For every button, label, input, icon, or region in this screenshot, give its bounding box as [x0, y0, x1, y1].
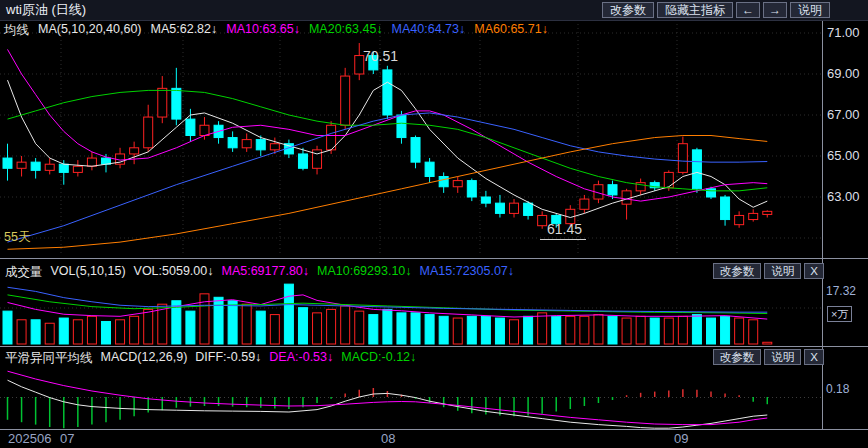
arrow-left-icon[interactable]: ← [736, 2, 760, 18]
price-tick-71: 71.00 [827, 25, 860, 40]
ma-indicator-row: 均线 MA(5,10,20,40,60) MA5:62.82↓ MA10:63.… [4, 22, 548, 39]
volume-unit-label: ×万 [827, 306, 852, 322]
trough-price-label: 61.45 [547, 221, 582, 237]
price-tick-65: 65.00 [827, 148, 860, 163]
vol-ma5-value: MA5:69177.80↓ [221, 264, 309, 281]
price-tick-67: 67.00 [827, 107, 860, 122]
chart-plot-area[interactable] [0, 0, 868, 448]
dea-value: DEA:-0.53↓ [269, 350, 333, 367]
vol-ma10-value: MA10:69293.10↓ [317, 264, 412, 281]
macd-close-icon[interactable]: X [804, 349, 824, 365]
arrow-right-icon[interactable]: → [763, 2, 787, 18]
vol-ma15-value: MA15:72305.07↓ [420, 264, 515, 281]
date-tick-09: 09 [674, 431, 688, 446]
date-tick-202506: 202506 [8, 431, 51, 446]
ma-formula: MA(5,10,20,40,60) [38, 22, 142, 39]
volume-header: 成交量 VOL(5,10,15) VOL:5059.00↓ MA5:69177.… [5, 264, 514, 281]
window-days-label: 55天 [4, 229, 30, 246]
diff-value: DIFF:-0.59↓ [195, 350, 261, 367]
ma-row-label: 均线 [4, 22, 29, 39]
volume-scale-label: 17.32 [826, 284, 856, 298]
toolbar-buttons: 改参数 隐藏主指标 ← → 说明 [602, 2, 830, 18]
macd-help-button[interactable]: 说明 [764, 349, 801, 365]
top-toolbar: wti原油 (日线) 改参数 隐藏主指标 ← → 说明 [0, 0, 868, 21]
help-button[interactable]: 说明 [790, 2, 830, 18]
volume-layer [3, 284, 772, 344]
ma60-value: MA60:65.71↓ [474, 22, 548, 39]
volume-help-button[interactable]: 说明 [764, 263, 801, 279]
volume-change-params-button[interactable]: 改参数 [713, 263, 762, 279]
hide-main-indicator-button[interactable]: 隐藏主指标 [657, 2, 733, 18]
ma40-value: MA40:64.73↓ [392, 22, 466, 39]
macd-change-params-button[interactable]: 改参数 [713, 349, 762, 365]
ma5-value: MA5:62.82↓ [151, 22, 218, 39]
peak-price-label: 70.51 [363, 48, 398, 64]
vol-value: VOL:5059.00↓ [134, 264, 214, 281]
volume-header-buttons: 改参数 说明 X [713, 263, 824, 279]
instrument-title: wti原油 (日线) [6, 0, 86, 20]
volume-title: 成交量 [5, 264, 43, 281]
macd-title: 平滑异同平均线 [5, 350, 93, 367]
change-params-button[interactable]: 改参数 [602, 2, 654, 18]
date-tick-08: 08 [381, 431, 395, 446]
ma10-value: MA10:63.65↓ [226, 22, 300, 39]
volume-formula: VOL(5,10,15) [51, 264, 126, 281]
date-tick-07: 07 [60, 431, 74, 446]
volume-close-icon[interactable]: X [804, 263, 824, 279]
price-tick-69: 69.00 [827, 66, 860, 81]
macd-formula: MACD(12,26,9) [101, 350, 188, 367]
candles-layer [3, 43, 772, 229]
app-window: wti原油 (日线) 改参数 隐藏主指标 ← → 说明 均线 MA(5,10,2… [0, 0, 868, 448]
macd-value: MACD:-0.12↓ [341, 350, 416, 367]
macd-header-buttons: 改参数 说明 X [713, 349, 824, 365]
ma20-value: MA20:63.45↓ [309, 22, 383, 39]
price-tick-63: 63.00 [827, 189, 860, 204]
macd-header: 平滑异同平均线 MACD(12,26,9) DIFF:-0.59↓ DEA:-0… [5, 350, 416, 367]
macd-scale-label: 0.18 [826, 382, 849, 396]
macd-layer [8, 371, 768, 428]
